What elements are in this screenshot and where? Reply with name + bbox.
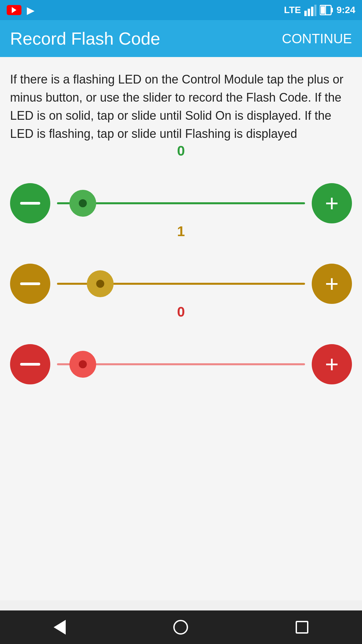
recent-icon xyxy=(296,621,308,634)
svg-rect-2 xyxy=(311,7,313,16)
svg-rect-5 xyxy=(331,8,333,12)
green-slider-section: 0 + xyxy=(10,160,352,223)
yellow-slider-track xyxy=(57,283,305,285)
status-bar-right: LTE 9:24 xyxy=(284,4,355,16)
home-icon xyxy=(173,620,188,635)
plus-icon-yellow: + xyxy=(325,272,339,296)
yellow-plus-button[interactable]: + xyxy=(312,264,352,304)
red-slider-track-container xyxy=(57,363,305,365)
minus-icon-green xyxy=(20,202,40,205)
green-slider-thumb[interactable] xyxy=(69,190,96,217)
description-text: If there is a flashing LED on the Contro… xyxy=(10,70,352,143)
yellow-slider-section: 1 + xyxy=(10,240,352,304)
time-display: 9:24 xyxy=(337,5,355,15)
back-nav-button[interactable] xyxy=(54,620,66,635)
yellow-slider-thumb[interactable] xyxy=(87,270,114,297)
yellow-slider-row: + xyxy=(10,264,352,304)
main-content: If there is a flashing LED on the Contro… xyxy=(0,57,362,600)
green-slider-track-container xyxy=(57,202,305,204)
status-bar: ▶ LTE 9:24 xyxy=(0,0,362,20)
red-slider-track xyxy=(57,363,305,365)
signal-icon xyxy=(304,4,316,16)
status-bar-left: ▶ xyxy=(7,4,35,16)
red-slider-value: 0 xyxy=(177,304,185,320)
youtube-icon xyxy=(7,5,21,15)
green-slider-track xyxy=(57,202,305,204)
svg-rect-0 xyxy=(304,11,307,16)
yellow-slider-track-container xyxy=(57,283,305,285)
yellow-minus-button[interactable] xyxy=(10,264,50,304)
svg-rect-7 xyxy=(321,6,325,14)
home-nav-button[interactable] xyxy=(173,620,188,635)
green-minus-button[interactable] xyxy=(10,183,50,223)
red-slider-row: + xyxy=(10,344,352,384)
green-slider-value: 0 xyxy=(177,143,185,159)
svg-rect-1 xyxy=(308,9,310,16)
red-slider-thumb[interactable] xyxy=(69,351,96,378)
yellow-slider-value: 1 xyxy=(177,223,185,239)
yellow-thumb-inner xyxy=(96,280,104,288)
recent-nav-button[interactable] xyxy=(296,621,308,634)
continue-button[interactable]: CONTINUE xyxy=(282,31,352,46)
play-store-icon: ▶ xyxy=(27,4,35,16)
plus-icon-green: + xyxy=(325,192,339,215)
lte-indicator: LTE xyxy=(284,5,301,15)
red-minus-button[interactable] xyxy=(10,344,50,384)
battery-icon xyxy=(320,4,333,16)
minus-icon-red xyxy=(20,363,40,366)
red-thumb-inner xyxy=(79,360,87,368)
green-slider-row: + xyxy=(10,183,352,223)
plus-icon-red: + xyxy=(325,353,339,376)
red-plus-button[interactable]: + xyxy=(312,344,352,384)
bottom-navigation xyxy=(0,610,362,644)
green-plus-button[interactable]: + xyxy=(312,183,352,223)
svg-rect-3 xyxy=(314,5,316,16)
app-header: Record Flash Code CONTINUE xyxy=(0,20,362,57)
minus-icon-yellow xyxy=(20,282,40,285)
page-title: Record Flash Code xyxy=(10,29,160,49)
red-slider-section: 0 + xyxy=(10,321,352,384)
green-thumb-inner xyxy=(79,199,87,207)
back-icon xyxy=(54,620,66,635)
